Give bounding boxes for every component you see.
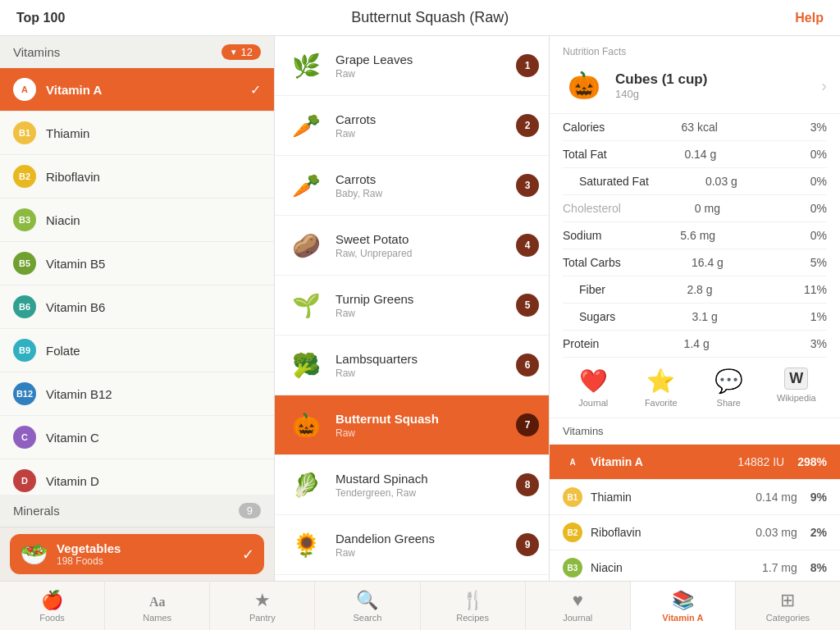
food-sub: Raw: [336, 427, 516, 439]
food-list-item-1[interactable]: 🌿 Grape Leaves Raw 1: [275, 36, 549, 96]
nutrition-food-details: Cubes (1 cup) 140g: [615, 71, 707, 100]
vitamin-label: Riboflavin: [46, 170, 100, 184]
vit-pct: 2%: [810, 526, 827, 539]
food-sub: Tendergreen, Raw: [336, 487, 516, 499]
food-rank-badge: 9: [516, 533, 539, 556]
food-sub: Baby, Raw: [336, 188, 516, 199]
vitamins-count: 12: [241, 46, 253, 58]
food-list-item-5[interactable]: 🌱 Turnip Greens Raw 5: [275, 276, 549, 336]
nutrition-pct: 3%: [794, 337, 827, 350]
nutrition-facts-table: Calories 63 kcal 3% Total Fat 0.14 g 0% …: [550, 114, 840, 358]
vit-circle: B1: [563, 487, 582, 507]
food-list-item-2[interactable]: 🥕 Carrots Raw 2: [275, 96, 549, 156]
vit-name: Riboflavin: [591, 526, 756, 539]
food-list-item-4[interactable]: 🥔 Sweet Potato Raw, Unprepared 4: [275, 216, 549, 276]
food-rank-badge: 1: [516, 54, 539, 77]
food-rank-badge: 6: [516, 354, 539, 377]
category-icon: 🥗: [20, 541, 48, 568]
nutrition-vitamin-row[interactable]: B2 Riboflavin 0.03 mg 2%: [550, 515, 840, 550]
nav-item-vitamin-a[interactable]: 📚 Vitamin A: [631, 582, 736, 630]
category-info: Vegetables 198 Foods: [57, 541, 234, 567]
sidebar-item-vitamin-b5[interactable]: B5 Vitamin B5: [0, 242, 274, 285]
nutrition-facts-label: Nutrition Facts: [563, 46, 827, 57]
food-list-item-8[interactable]: 🥬 Mustard Spinach Tendergreen, Raw 8: [275, 455, 549, 515]
nutrition-label: Total Carbs: [563, 256, 621, 269]
sidebar-item-folate[interactable]: B9 Folate: [0, 329, 274, 372]
food-image: 🌱: [285, 284, 327, 326]
food-sub: Raw, Unprepared: [336, 248, 516, 259]
nav-icon-categories: ⊞: [780, 590, 795, 611]
nav-label-recipes: Recipes: [456, 613, 489, 623]
food-image: 🥬: [285, 463, 327, 506]
action-btn-share[interactable]: 💬Share: [698, 368, 760, 408]
nav-label-search: Search: [354, 613, 382, 623]
vit-circle: A: [563, 452, 582, 472]
nav-item-recipes[interactable]: 🍴 Recipes: [421, 582, 526, 630]
nav-label-names: Names: [143, 613, 171, 623]
nutrition-value: 5.6 mg: [680, 229, 715, 242]
nutrition-vitamin-row[interactable]: B3 Niacin 1.7 mg 8%: [550, 550, 840, 581]
nutrition-vitamin-row[interactable]: B1 Thiamin 0.14 mg 9%: [550, 480, 840, 515]
sidebar-item-thiamin[interactable]: B1 Thiamin: [0, 112, 274, 155]
help-button[interactable]: Help: [795, 11, 824, 25]
nav-label-journal: Journal: [563, 613, 592, 623]
nav-icon-recipes: 🍴: [462, 590, 484, 611]
nutrition-food-weight: 140g: [615, 88, 707, 100]
nutrition-vitamin-row[interactable]: A Vitamin A 14882 IU 298%: [550, 445, 840, 480]
food-list-item-6[interactable]: 🥦 Lambsquarters Raw 6: [275, 336, 549, 395]
minerals-count: 9: [247, 504, 253, 517]
sidebar-item-niacin[interactable]: B3 Niacin: [0, 199, 274, 242]
action-btn-favorite[interactable]: ⭐Favorite: [631, 368, 692, 408]
nutrition-food-image: 🎃: [563, 64, 605, 107]
action-btn-wikipedia[interactable]: WWikipedia: [766, 368, 828, 408]
vitamins-section-label: Vitamins: [550, 418, 840, 445]
food-list-item-9[interactable]: 🌻 Dandelion Greens Raw 9: [275, 515, 549, 575]
nav-item-foods[interactable]: 🍎 Foods: [0, 582, 105, 630]
vitamin-circle: B6: [13, 295, 36, 318]
nav-item-journal[interactable]: ♥ Journal: [526, 582, 631, 630]
vitamin-circle: B12: [13, 382, 36, 405]
vitamin-circle: A: [13, 78, 36, 101]
vitamins-list: A Vitamin A ✓ B1 Thiamin B2 Riboflavin B…: [0, 68, 274, 495]
sidebar-item-vitamin-d[interactable]: D Vitamin D: [0, 459, 274, 495]
food-list-item-10[interactable]: 🍃 Spinach Raw 10: [275, 575, 549, 581]
action-btn-label: Favorite: [645, 398, 678, 408]
nav-item-pantry[interactable]: ★ Pantry: [210, 582, 315, 630]
nutrition-value: 16.4 g: [692, 256, 724, 269]
category-name: Vegetables: [57, 541, 234, 555]
sidebar-item-vitamin-a[interactable]: A Vitamin A ✓: [0, 68, 274, 112]
action-btn-journal[interactable]: ❤️Journal: [563, 368, 624, 408]
food-rank-badge: 4: [516, 234, 539, 257]
sidebar-item-vitamin-b6[interactable]: B6 Vitamin B6: [0, 285, 274, 329]
sidebar-item-vitamin-c[interactable]: C Vitamin C: [0, 416, 274, 459]
nav-item-names[interactable]: Aa Names: [105, 582, 210, 630]
vitamin-circle: D: [13, 469, 36, 492]
vit-pct: 298%: [797, 455, 827, 468]
food-list-item-7[interactable]: 🎃 Butternut Squash Raw 7: [275, 395, 549, 455]
nutrition-arrow-icon[interactable]: ›: [821, 76, 827, 95]
nav-item-search[interactable]: 🔍 Search: [315, 582, 420, 630]
nav-label-categories: Categories: [766, 613, 810, 623]
vitamin-circle: B5: [13, 252, 36, 275]
nav-icon-vitamin-a: 📚: [672, 590, 694, 611]
minerals-badge: 9: [239, 503, 261, 518]
food-image: 🥕: [285, 104, 327, 147]
food-info: Turnip Greens Raw: [336, 292, 516, 319]
food-list-item-3[interactable]: 🥕 Carrots Baby, Raw 3: [275, 156, 549, 216]
sidebar-item-vitamin-b12[interactable]: B12 Vitamin B12: [0, 372, 274, 416]
food-sub: Raw: [336, 128, 516, 139]
vitamin-label: Vitamin B6: [46, 300, 105, 314]
nutrition-row: Cholesterol 0 mg 0%: [563, 195, 827, 222]
vitamin-circle: C: [13, 426, 36, 449]
vitamins-badge[interactable]: ▼ 12: [221, 44, 261, 60]
food-name: Mustard Spinach: [336, 472, 516, 486]
nav-icon-foods: 🍎: [41, 590, 63, 611]
sidebar-item-riboflavin[interactable]: B2 Riboflavin: [0, 155, 274, 199]
share-icon: 💬: [714, 368, 743, 395]
nutrition-value: 0.03 g: [705, 175, 737, 188]
category-bar[interactable]: 🥗 Vegetables 198 Foods ✓: [0, 527, 274, 581]
nav-item-categories[interactable]: ⊞ Categories: [736, 582, 840, 630]
vit-amount: 0.03 mg: [756, 526, 797, 539]
journal-icon: ❤️: [579, 368, 608, 395]
nutrition-value: 1.4 g: [684, 337, 710, 350]
